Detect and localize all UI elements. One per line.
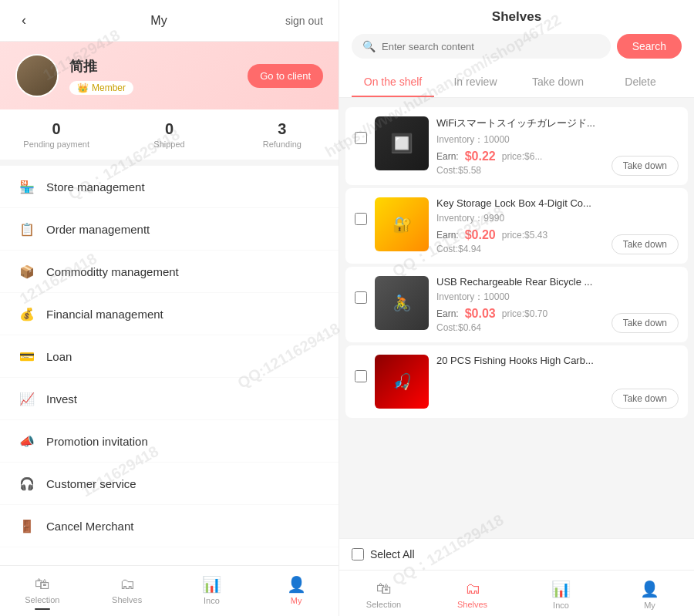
store-icon: 🏪 <box>19 178 35 195</box>
earn-label-bicycle: Earn: <box>436 308 459 319</box>
nav-item-shelves-right[interactable]: 🗂 Shelves <box>428 577 517 613</box>
menu-item-cancel-merchant[interactable]: 🚪 Cancel Merchant <box>0 505 339 547</box>
menu-item-customer-service[interactable]: 🎧 Customer service <box>0 463 339 505</box>
tab-delete[interactable]: Delete <box>599 68 682 97</box>
tab-take-down[interactable]: Take down <box>517 68 599 97</box>
price-label-bicycle: price:$0.70 <box>502 308 547 319</box>
profile-section: 简推 👑 Member Go to client <box>0 42 339 109</box>
back-button[interactable]: ‹ <box>15 9 32 32</box>
search-input-wrapper: 🔍 <box>352 34 611 59</box>
menu-label-order: Order managementt <box>46 223 150 236</box>
product-image-bicycle: 🚴 <box>375 276 429 330</box>
right-panel: Shelves 🔍 Search On the shelf In review … <box>339 0 694 616</box>
earn-label-wifi: Earn: <box>436 151 459 162</box>
menu-item-loan[interactable]: 💳 Loan <box>0 335 339 378</box>
search-input[interactable] <box>382 41 600 52</box>
take-down-btn-wifi[interactable]: Take down <box>611 156 679 176</box>
nav-label-my-left: My <box>291 596 302 605</box>
product-checkbox-lock[interactable] <box>355 213 367 225</box>
menu-item-commodity[interactable]: 📦 Commoditty management <box>0 251 339 293</box>
member-label: Member <box>92 82 126 93</box>
order-icon: 📋 <box>19 220 35 237</box>
menu-item-financial[interactable]: 💰 Financial management <box>0 293 339 335</box>
nav-item-shelves-left[interactable]: 🗂 Shelves <box>85 572 170 613</box>
stat-pending-payment: 0 Pending payment <box>0 120 113 149</box>
nav-label-inco-left: Inco <box>204 596 220 605</box>
nav-item-selection-right[interactable]: 🛍 Selection <box>339 577 428 613</box>
stat-refunding: 3 Refunding <box>226 120 339 149</box>
nav-label-selection-right: Selection <box>366 600 401 609</box>
menu-item-invest[interactable]: 📈 Invest <box>0 378 339 420</box>
product-item-fishing: 🎣 20 PCS Fishing Hooks High Carb... Take… <box>345 345 688 418</box>
select-all-bar: Select All <box>339 538 694 570</box>
menu-label-loan: Loan <box>46 350 72 363</box>
nav-item-inco-right[interactable]: 📊 Inco <box>517 577 605 613</box>
menu-label-financial: Financial management <box>46 308 163 321</box>
nav-label-shelves-right: Shelves <box>457 600 487 609</box>
product-item-wifi: 🔲 WiFiスマートスイッチガレージド... Inventory：10000 E… <box>345 107 688 185</box>
menu-item-store[interactable]: 🏪 Store management <box>0 166 339 208</box>
product-item-bicycle: 🚴 USB Rechargeable Rear Bicycle ... Inve… <box>345 267 688 342</box>
top-nav: ‹ My sign out <box>0 0 339 42</box>
select-all-checkbox[interactable] <box>352 548 364 560</box>
product-checkbox-wifi[interactable] <box>355 132 367 144</box>
avatar <box>15 54 59 97</box>
product-name-fishing: 20 PCS Fishing Hooks High Carb... <box>436 355 679 366</box>
sign-out-button[interactable]: sign out <box>285 15 323 27</box>
promotion-icon: 📣 <box>19 433 35 449</box>
tab-in-review[interactable]: In review <box>434 68 517 97</box>
product-checkbox-fishing[interactable] <box>355 370 367 382</box>
menu-label-commodity: Commoditty management <box>46 265 179 278</box>
take-down-btn-bicycle[interactable]: Take down <box>611 313 679 333</box>
menu-list: 🏪 Store management 📋 Order managementt 📦… <box>0 166 339 565</box>
select-all-label: Select All <box>370 548 415 560</box>
bottom-nav-left: 🛍 Selection 🗂 Shelves 📊 Inco 👤 My <box>0 565 339 616</box>
price-label-lock: price:$5.43 <box>502 230 547 241</box>
stat-label-pending: Pending payment <box>0 140 113 149</box>
nav-label-selection: Selection <box>25 595 59 604</box>
product-item-lock: 🔐 Key Storage Lock Box 4-Digit Co... Inv… <box>345 188 688 264</box>
product-image-wifi: 🔲 <box>375 116 429 170</box>
product-name-lock: Key Storage Lock Box 4-Digit Co... <box>436 197 679 209</box>
menu-label-cancel-merchant: Cancel Merchant <box>46 520 133 533</box>
bottom-nav-right: 🛍 Selection 🗂 Shelves 📊 Inco 👤 My <box>339 570 694 616</box>
inco-icon-left: 📊 <box>202 575 221 594</box>
product-name-wifi: WiFiスマートスイッチガレージド... <box>436 116 679 130</box>
menu-item-promotion[interactable]: 📣 Promotion invitation <box>0 420 339 463</box>
nav-title: My <box>150 14 167 28</box>
inco-icon-right: 📊 <box>551 580 571 598</box>
commodity-icon: 📦 <box>19 263 35 280</box>
nav-item-my-left[interactable]: 👤 My <box>254 572 339 613</box>
my-icon-right: 👤 <box>640 580 659 598</box>
earn-amount-lock: $0.20 <box>465 228 496 242</box>
stat-number-refunding: 3 <box>226 120 339 138</box>
menu-label-invest: Invest <box>46 392 77 406</box>
loan-icon: 💳 <box>19 348 35 365</box>
nav-label-shelves-left: Shelves <box>112 595 142 604</box>
member-badge: 👑 Member <box>69 81 133 95</box>
stat-label-shipped: Shipped <box>113 140 225 149</box>
stat-shipped: 0 Shipped <box>113 120 225 149</box>
nav-item-selection[interactable]: 🛍 Selection <box>0 572 85 613</box>
product-checkbox-bicycle[interactable] <box>355 291 367 304</box>
stat-label-refunding: Refunding <box>226 140 339 149</box>
go-to-client-button[interactable]: Go to client <box>248 64 323 88</box>
tab-on-the-shelf[interactable]: On the shelf <box>352 68 434 97</box>
cancel-merchant-icon: 🚪 <box>19 517 35 534</box>
product-inventory-lock: Inventory：9990 <box>436 212 679 225</box>
nav-item-my-right[interactable]: 👤 My <box>605 577 694 613</box>
product-inventory-wifi: Inventory：10000 <box>436 133 679 146</box>
menu-item-order[interactable]: 📋 Order managementt <box>0 208 339 251</box>
search-button[interactable]: Search <box>617 34 682 59</box>
profile-info: 简推 👑 Member <box>69 57 237 95</box>
nav-label-inco-right: Inco <box>553 601 569 610</box>
take-down-btn-fishing[interactable]: Take down <box>611 389 679 409</box>
selection-icon: 🛍 <box>35 575 50 593</box>
nav-item-inco-left[interactable]: 📊 Inco <box>170 572 254 613</box>
shelves-icon-left: 🗂 <box>120 575 135 593</box>
search-bar: 🔍 Search <box>352 34 682 59</box>
left-panel: ‹ My sign out 简推 👑 Member Go to client 0… <box>0 0 339 616</box>
take-down-btn-lock[interactable]: Take down <box>611 234 679 254</box>
stat-number-pending: 0 <box>0 120 113 138</box>
product-image-fishing: 🎣 <box>375 355 429 409</box>
